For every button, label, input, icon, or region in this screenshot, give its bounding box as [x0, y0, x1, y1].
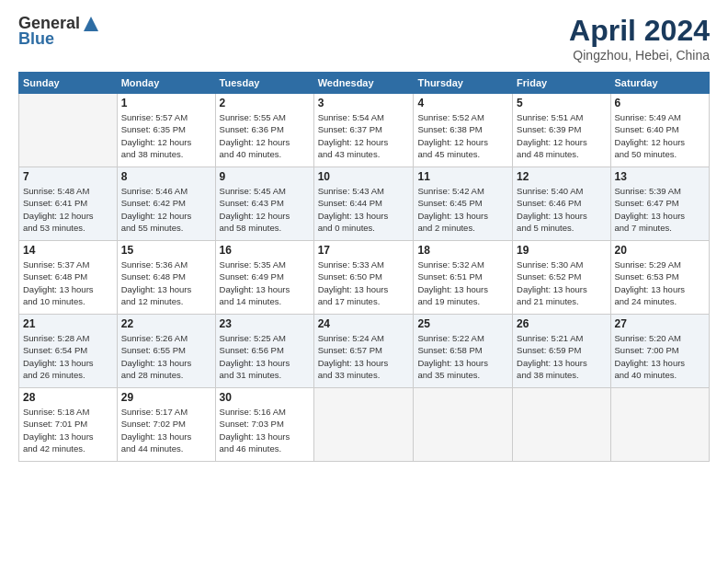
- day-cell: 20Sunrise: 5:29 AM Sunset: 6:53 PM Dayli…: [610, 241, 709, 315]
- day-cell: [414, 388, 513, 462]
- day-info: Sunrise: 5:39 AM Sunset: 6:47 PM Dayligh…: [615, 185, 705, 234]
- week-row-4: 21Sunrise: 5:28 AM Sunset: 6:54 PM Dayli…: [19, 315, 710, 388]
- day-cell: 27Sunrise: 5:20 AM Sunset: 7:00 PM Dayli…: [610, 315, 709, 388]
- day-info: Sunrise: 5:30 AM Sunset: 6:52 PM Dayligh…: [517, 259, 606, 307]
- day-cell: [313, 388, 414, 462]
- day-info: Sunrise: 5:40 AM Sunset: 6:46 PM Dayligh…: [517, 185, 606, 234]
- header-row: SundayMondayTuesdayWednesdayThursdayFrid…: [19, 73, 710, 94]
- day-info: Sunrise: 5:21 AM Sunset: 6:59 PM Dayligh…: [517, 332, 606, 381]
- week-row-5: 28Sunrise: 5:18 AM Sunset: 7:01 PM Dayli…: [19, 388, 710, 462]
- day-number: 2: [220, 97, 310, 109]
- day-number: 27: [615, 317, 705, 330]
- logo-icon: [82, 15, 100, 33]
- day-number: 19: [517, 244, 606, 257]
- day-cell: 17Sunrise: 5:33 AM Sunset: 6:50 PM Dayli…: [313, 241, 414, 315]
- day-cell: 19Sunrise: 5:30 AM Sunset: 6:52 PM Dayli…: [513, 241, 610, 315]
- day-info: Sunrise: 5:52 AM Sunset: 6:38 PM Dayligh…: [417, 111, 508, 160]
- header-monday: Monday: [117, 73, 215, 94]
- header-saturday: Saturday: [610, 73, 709, 94]
- week-row-3: 14Sunrise: 5:37 AM Sunset: 6:48 PM Dayli…: [19, 241, 710, 315]
- day-cell: 11Sunrise: 5:42 AM Sunset: 6:45 PM Dayli…: [414, 167, 513, 241]
- day-number: 12: [517, 170, 606, 183]
- svg-marker-0: [84, 17, 98, 31]
- day-cell: [610, 388, 709, 462]
- day-cell: 6Sunrise: 5:49 AM Sunset: 6:40 PM Daylig…: [610, 94, 709, 167]
- day-info: Sunrise: 5:42 AM Sunset: 6:45 PM Dayligh…: [417, 185, 508, 234]
- day-cell: 15Sunrise: 5:36 AM Sunset: 6:48 PM Dayli…: [117, 241, 215, 315]
- header: General Blue April 2024 Qingzhou, Hebei,…: [18, 14, 710, 63]
- day-info: Sunrise: 5:37 AM Sunset: 6:48 PM Dayligh…: [23, 259, 113, 307]
- day-cell: 21Sunrise: 5:28 AM Sunset: 6:54 PM Dayli…: [19, 315, 118, 388]
- day-number: 17: [318, 244, 410, 257]
- day-number: 23: [220, 317, 310, 330]
- day-cell: 13Sunrise: 5:39 AM Sunset: 6:47 PM Dayli…: [610, 167, 709, 241]
- day-number: 28: [23, 391, 113, 404]
- day-info: Sunrise: 5:17 AM Sunset: 7:02 PM Dayligh…: [121, 406, 211, 454]
- day-cell: 8Sunrise: 5:46 AM Sunset: 6:42 PM Daylig…: [117, 167, 215, 241]
- day-number: 22: [121, 317, 211, 330]
- day-info: Sunrise: 5:48 AM Sunset: 6:41 PM Dayligh…: [23, 185, 113, 234]
- day-number: 9: [220, 170, 310, 183]
- day-info: Sunrise: 5:18 AM Sunset: 7:01 PM Dayligh…: [23, 406, 113, 454]
- day-info: Sunrise: 5:20 AM Sunset: 7:00 PM Dayligh…: [615, 332, 705, 381]
- day-number: 25: [417, 317, 508, 330]
- day-number: 7: [23, 170, 113, 183]
- day-info: Sunrise: 5:36 AM Sunset: 6:48 PM Dayligh…: [121, 259, 211, 307]
- day-number: 20: [615, 244, 705, 257]
- page: General Blue April 2024 Qingzhou, Hebei,…: [0, 0, 728, 563]
- day-cell: 26Sunrise: 5:21 AM Sunset: 6:59 PM Dayli…: [513, 315, 610, 388]
- header-thursday: Thursday: [414, 73, 513, 94]
- day-info: Sunrise: 5:35 AM Sunset: 6:49 PM Dayligh…: [220, 259, 310, 307]
- day-number: 21: [23, 317, 113, 330]
- day-number: 5: [517, 97, 606, 109]
- day-info: Sunrise: 5:57 AM Sunset: 6:35 PM Dayligh…: [121, 111, 211, 160]
- header-tuesday: Tuesday: [215, 73, 313, 94]
- week-row-1: 1Sunrise: 5:57 AM Sunset: 6:35 PM Daylig…: [19, 94, 710, 167]
- title-section: April 2024 Qingzhou, Hebei, China: [569, 14, 710, 63]
- day-number: 29: [121, 391, 211, 404]
- day-info: Sunrise: 5:33 AM Sunset: 6:50 PM Dayligh…: [318, 259, 410, 307]
- month-title: April 2024: [569, 14, 710, 48]
- day-number: 15: [121, 244, 211, 257]
- day-number: 11: [417, 170, 508, 183]
- calendar: SundayMondayTuesdayWednesdayThursdayFrid…: [18, 72, 710, 462]
- day-info: Sunrise: 5:45 AM Sunset: 6:43 PM Dayligh…: [220, 185, 310, 234]
- day-info: Sunrise: 5:54 AM Sunset: 6:37 PM Dayligh…: [318, 111, 410, 160]
- day-number: 14: [23, 244, 113, 257]
- day-cell: 12Sunrise: 5:40 AM Sunset: 6:46 PM Dayli…: [513, 167, 610, 241]
- day-cell: 16Sunrise: 5:35 AM Sunset: 6:49 PM Dayli…: [215, 241, 313, 315]
- day-info: Sunrise: 5:25 AM Sunset: 6:56 PM Dayligh…: [220, 332, 310, 381]
- day-info: Sunrise: 5:49 AM Sunset: 6:40 PM Dayligh…: [615, 111, 705, 160]
- logo: General Blue: [18, 14, 100, 49]
- day-cell: 22Sunrise: 5:26 AM Sunset: 6:55 PM Dayli…: [117, 315, 215, 388]
- day-number: 3: [318, 97, 410, 109]
- day-cell: 2Sunrise: 5:55 AM Sunset: 6:36 PM Daylig…: [215, 94, 313, 167]
- day-number: 10: [318, 170, 410, 183]
- day-number: 4: [417, 97, 508, 109]
- day-cell: 18Sunrise: 5:32 AM Sunset: 6:51 PM Dayli…: [414, 241, 513, 315]
- day-info: Sunrise: 5:28 AM Sunset: 6:54 PM Dayligh…: [23, 332, 113, 381]
- day-cell: 10Sunrise: 5:43 AM Sunset: 6:44 PM Dayli…: [313, 167, 414, 241]
- day-info: Sunrise: 5:29 AM Sunset: 6:53 PM Dayligh…: [615, 259, 705, 307]
- header-wednesday: Wednesday: [313, 73, 414, 94]
- day-info: Sunrise: 5:24 AM Sunset: 6:57 PM Dayligh…: [318, 332, 410, 381]
- day-cell: 3Sunrise: 5:54 AM Sunset: 6:37 PM Daylig…: [313, 94, 414, 167]
- day-cell: 7Sunrise: 5:48 AM Sunset: 6:41 PM Daylig…: [19, 167, 118, 241]
- day-cell: [19, 94, 118, 167]
- week-row-2: 7Sunrise: 5:48 AM Sunset: 6:41 PM Daylig…: [19, 167, 710, 241]
- day-info: Sunrise: 5:16 AM Sunset: 7:03 PM Dayligh…: [220, 406, 310, 454]
- day-cell: 4Sunrise: 5:52 AM Sunset: 6:38 PM Daylig…: [414, 94, 513, 167]
- day-cell: 5Sunrise: 5:51 AM Sunset: 6:39 PM Daylig…: [513, 94, 610, 167]
- day-info: Sunrise: 5:55 AM Sunset: 6:36 PM Dayligh…: [220, 111, 310, 160]
- day-info: Sunrise: 5:46 AM Sunset: 6:42 PM Dayligh…: [121, 185, 211, 234]
- day-number: 26: [517, 317, 606, 330]
- day-cell: 29Sunrise: 5:17 AM Sunset: 7:02 PM Dayli…: [117, 388, 215, 462]
- day-number: 30: [220, 391, 310, 404]
- day-number: 24: [318, 317, 410, 330]
- day-cell: 25Sunrise: 5:22 AM Sunset: 6:58 PM Dayli…: [414, 315, 513, 388]
- day-cell: [513, 388, 610, 462]
- day-number: 18: [417, 244, 508, 257]
- day-info: Sunrise: 5:26 AM Sunset: 6:55 PM Dayligh…: [121, 332, 211, 381]
- day-number: 13: [615, 170, 705, 183]
- day-info: Sunrise: 5:22 AM Sunset: 6:58 PM Dayligh…: [417, 332, 508, 381]
